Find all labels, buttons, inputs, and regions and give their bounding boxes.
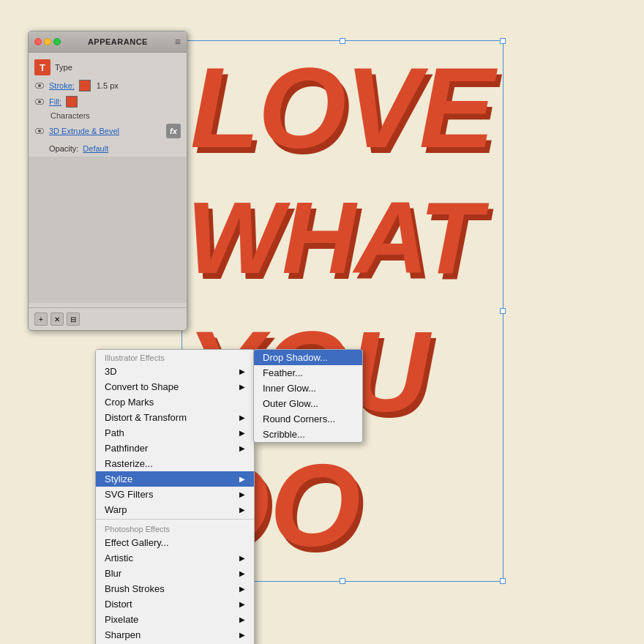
arrow-distort: ▶ bbox=[239, 413, 245, 422]
minimize-button[interactable] bbox=[44, 38, 51, 45]
menu-item-rasterize[interactable]: Rasterize... bbox=[96, 456, 254, 471]
effect-label[interactable]: 3D Extrude & Bevel bbox=[49, 127, 119, 135]
fill-color-swatch[interactable] bbox=[66, 96, 78, 108]
context-menu: Illustrator Effects 3D ▶ Convert to Shap… bbox=[95, 349, 255, 644]
arrow-warp: ▶ bbox=[239, 506, 245, 514]
svg-point-5 bbox=[38, 130, 41, 132]
menu-item-blur[interactable]: Blur ▶ bbox=[96, 566, 254, 581]
arrow-convert: ▶ bbox=[239, 383, 245, 391]
handle-br[interactable] bbox=[500, 578, 506, 584]
characters-label: Characters bbox=[29, 110, 187, 121]
add-new-effect-button[interactable]: + bbox=[34, 312, 48, 326]
menu-item-convert-to-shape[interactable]: Convert to Shape ▶ bbox=[96, 379, 254, 394]
fill-label[interactable]: Fill: bbox=[49, 97, 61, 106]
arrow-3d: ▶ bbox=[239, 367, 245, 375]
effect-row[interactable]: 3D Extrude & Bevel fx bbox=[29, 121, 187, 141]
arrow-svg: ▶ bbox=[239, 490, 245, 498]
svg-point-3 bbox=[38, 100, 41, 103]
menu-item-stylize[interactable]: Stylize ▶ bbox=[96, 471, 254, 487]
arrow-pathfinder: ▶ bbox=[239, 444, 245, 452]
arrow-distort-ps: ▶ bbox=[239, 600, 245, 608]
arrow-stylize: ▶ bbox=[239, 475, 245, 483]
stroke-row[interactable]: Stroke: 1.5 px bbox=[29, 78, 187, 94]
submenu-round-corners[interactable]: Round Corners... bbox=[254, 411, 362, 427]
panel-titlebar: APPEARANCE ≡ bbox=[29, 31, 187, 53]
submenu-scribble[interactable]: Scribble... bbox=[254, 427, 362, 442]
menu-item-crop-marks[interactable]: Crop Marks bbox=[96, 394, 254, 410]
arrow-sharpen: ▶ bbox=[239, 631, 245, 639]
opacity-label: Opacity: bbox=[49, 144, 78, 153]
appearance-panel: APPEARANCE ≡ T Type Stroke: 1.5 px Fill:… bbox=[28, 31, 187, 331]
handle-tr[interactable] bbox=[500, 38, 506, 44]
type-row: T Type bbox=[29, 57, 187, 78]
panel-gray-area bbox=[29, 157, 187, 303]
text-what: WHAT bbox=[187, 187, 480, 289]
type-label: Type bbox=[55, 63, 72, 72]
opacity-row[interactable]: Opacity: Default bbox=[29, 141, 187, 157]
handle-bm[interactable] bbox=[340, 578, 345, 584]
panel-option-button[interactable]: ⊟ bbox=[67, 312, 80, 326]
arrow-pixelate: ▶ bbox=[239, 615, 245, 624]
stroke-label[interactable]: Stroke: bbox=[49, 81, 75, 90]
delete-button[interactable]: ✕ bbox=[50, 312, 64, 326]
visibility-eye-effect[interactable] bbox=[34, 126, 45, 136]
type-icon: T bbox=[34, 59, 50, 75]
menu-item-distort-ps[interactable]: Distort ▶ bbox=[96, 596, 254, 612]
menu-item-distort[interactable]: Distort & Transform ▶ bbox=[96, 410, 254, 425]
submenu-drop-shadow[interactable]: Drop Shadow... bbox=[254, 350, 362, 365]
submenu-outer-glow[interactable]: Outer Glow... bbox=[254, 396, 362, 411]
menu-item-3d[interactable]: 3D ▶ bbox=[96, 364, 254, 379]
handle-mr[interactable] bbox=[500, 308, 506, 314]
section2-label: Photoshop Effects bbox=[96, 521, 254, 535]
menu-item-warp[interactable]: Warp ▶ bbox=[96, 502, 254, 517]
panel-bottom: + ✕ ⊟ bbox=[29, 307, 187, 330]
stroke-value: 1.5 px bbox=[97, 81, 119, 90]
svg-point-1 bbox=[38, 84, 41, 87]
text-love: LOVE bbox=[190, 51, 493, 165]
panel-menu-icon[interactable]: ≡ bbox=[175, 36, 181, 48]
arrow-blur: ▶ bbox=[239, 569, 245, 577]
fx-icon: fx bbox=[166, 124, 181, 138]
menu-item-artistic[interactable]: Artistic ▶ bbox=[96, 550, 254, 566]
fill-row[interactable]: Fill: bbox=[29, 94, 187, 110]
menu-item-svg-filters[interactable]: SVG Filters ▶ bbox=[96, 487, 254, 502]
close-button[interactable] bbox=[34, 38, 42, 45]
menu-item-path[interactable]: Path ▶ bbox=[96, 425, 254, 441]
stroke-color-swatch[interactable] bbox=[79, 80, 91, 91]
menu-divider bbox=[96, 519, 254, 520]
maximize-button[interactable] bbox=[53, 38, 61, 45]
stylize-submenu: Drop Shadow... Feather... Inner Glow... … bbox=[253, 349, 363, 443]
visibility-eye-fill[interactable] bbox=[34, 97, 45, 107]
submenu-inner-glow[interactable]: Inner Glow... bbox=[254, 381, 362, 396]
menu-item-pathfinder[interactable]: Pathfinder ▶ bbox=[96, 441, 254, 456]
panel-title: APPEARANCE bbox=[88, 37, 148, 46]
panel-content: T Type Stroke: 1.5 px Fill: Characters bbox=[29, 53, 187, 307]
arrow-path: ▶ bbox=[239, 429, 245, 437]
menu-item-sharpen[interactable]: Sharpen ▶ bbox=[96, 627, 254, 643]
menu-item-pixelate[interactable]: Pixelate ▶ bbox=[96, 612, 254, 627]
section1-label: Illustrator Effects bbox=[96, 350, 254, 364]
opacity-value[interactable]: Default bbox=[83, 144, 108, 153]
menu-item-brush-strokes[interactable]: Brush Strokes ▶ bbox=[96, 581, 254, 596]
visibility-eye-stroke[interactable] bbox=[34, 80, 45, 91]
arrow-artistic: ▶ bbox=[239, 554, 245, 562]
arrow-brush: ▶ bbox=[239, 585, 245, 593]
submenu-feather[interactable]: Feather... bbox=[254, 365, 362, 381]
handle-tm[interactable] bbox=[340, 38, 345, 44]
menu-item-effect-gallery[interactable]: Effect Gallery... bbox=[96, 535, 254, 550]
